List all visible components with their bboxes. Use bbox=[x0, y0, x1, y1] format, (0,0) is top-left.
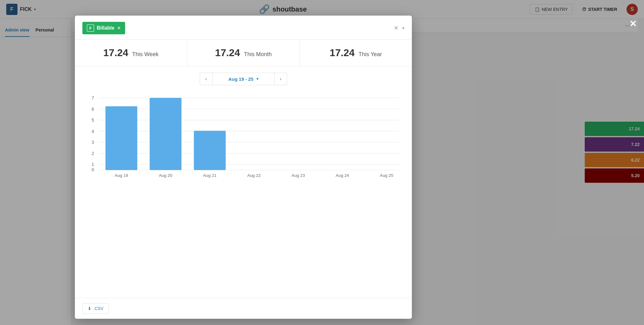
bar-aug19 bbox=[105, 106, 137, 170]
svg-text:Aug 22: Aug 22 bbox=[247, 173, 261, 178]
csv-download-button[interactable]: ⬇ .CSV bbox=[82, 303, 109, 314]
bar-chart: 7 6 5 4 3 2 1 0 bbox=[84, 95, 402, 182]
download-icon: ⬇ bbox=[88, 306, 91, 311]
bar-aug20 bbox=[150, 98, 182, 170]
svg-text:Aug 25: Aug 25 bbox=[380, 173, 393, 178]
stat-week-value: 17.24 bbox=[103, 47, 128, 58]
chart-date-next-button[interactable]: › bbox=[275, 73, 287, 85]
modal-date-navigation: ‹ Aug 19 - 25 ▾ › bbox=[75, 66, 412, 91]
stat-month-label: This Month bbox=[244, 51, 272, 57]
svg-text:Aug 21: Aug 21 bbox=[203, 173, 217, 178]
date-dropdown-icon: ▾ bbox=[256, 77, 258, 81]
filter-label: Billable bbox=[97, 25, 115, 31]
stats-row: 17.24 This Week 17.24 This Month 17.24 T… bbox=[75, 40, 412, 66]
svg-text:0: 0 bbox=[92, 167, 94, 172]
filter-letter: F bbox=[87, 24, 94, 32]
stat-week-label: This Week bbox=[132, 51, 159, 57]
svg-text:Aug 20: Aug 20 bbox=[159, 173, 172, 178]
modal-header: F Billable ✕ ✕ ▾ bbox=[75, 16, 412, 40]
svg-text:1: 1 bbox=[92, 162, 94, 167]
chart-date-prev-button[interactable]: ‹ bbox=[200, 73, 212, 85]
bar-aug21 bbox=[194, 131, 226, 170]
svg-text:4: 4 bbox=[92, 129, 94, 134]
modal-close-overlay[interactable]: ✕ bbox=[629, 19, 637, 29]
filter-tag[interactable]: F Billable ✕ bbox=[82, 22, 125, 34]
svg-text:7: 7 bbox=[92, 95, 94, 100]
svg-text:3: 3 bbox=[92, 140, 94, 145]
modal-chevron-icon[interactable]: ▾ bbox=[402, 26, 404, 31]
chart-area: 7 6 5 4 3 2 1 0 bbox=[75, 91, 412, 298]
chart-date-range[interactable]: Aug 19 - 25 ▾ bbox=[212, 73, 275, 85]
modal-close-button[interactable]: ✕ bbox=[394, 25, 398, 32]
stat-this-week: 17.24 This Week bbox=[75, 40, 187, 66]
stat-year-value: 17.24 bbox=[330, 47, 355, 58]
svg-text:6: 6 bbox=[92, 107, 94, 112]
filter-remove-icon[interactable]: ✕ bbox=[117, 26, 121, 31]
svg-text:Aug 19: Aug 19 bbox=[115, 173, 128, 178]
svg-text:Aug 23: Aug 23 bbox=[291, 173, 305, 178]
modal-header-controls: ✕ ▾ bbox=[394, 25, 404, 32]
stat-year-label: This Year bbox=[359, 51, 382, 57]
modal-dialog: F Billable ✕ ✕ ▾ 17.24 This Week 17.24 T… bbox=[75, 16, 412, 319]
svg-text:2: 2 bbox=[92, 151, 94, 156]
svg-text:Aug 24: Aug 24 bbox=[336, 173, 349, 178]
modal-footer: ⬇ .CSV bbox=[75, 298, 412, 319]
stat-this-year: 17.24 This Year bbox=[300, 40, 412, 66]
svg-text:5: 5 bbox=[92, 118, 94, 123]
chart-svg: 7 6 5 4 3 2 1 0 bbox=[84, 95, 402, 182]
stat-this-month: 17.24 This Month bbox=[187, 40, 300, 66]
stat-month-value: 17.24 bbox=[215, 47, 240, 58]
